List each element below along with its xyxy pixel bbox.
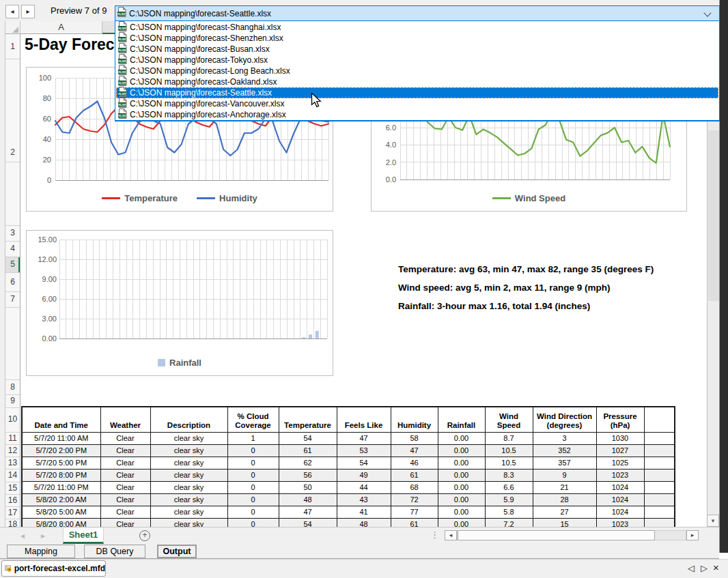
row-header-6[interactable]: 6 <box>5 277 20 287</box>
svg-text:12.00: 12.00 <box>38 255 57 263</box>
document-tab-mfd[interactable]: port-forecast-excel.mfd <box>1 560 106 577</box>
preview-next-button[interactable]: ▸ <box>21 5 35 18</box>
doc-prev-icon[interactable]: ◁ <box>688 563 695 573</box>
table-cell: clear sky <box>150 457 227 469</box>
scroll-down-button[interactable]: ▾ <box>707 515 719 527</box>
sheet-tabs-next-icon[interactable]: ▸ <box>41 531 45 540</box>
table-cell: 0.00 <box>438 432 485 444</box>
legend-label: Rainfall <box>169 358 201 368</box>
table-header-cell: Weather <box>100 407 150 432</box>
column-header-a[interactable]: A <box>20 21 102 34</box>
pane-tab-strip: Mapping DB Query Output <box>0 544 719 559</box>
tab-sheet1[interactable]: Sheet1 <box>63 528 104 544</box>
table-header-cell: Pressure(hPa) <box>596 407 644 432</box>
preview-counter: Preview 7 of 9 <box>51 5 107 16</box>
scroll-right-button[interactable]: ▸ <box>686 530 699 540</box>
drag-handle-icon[interactable]: ⋮ <box>430 530 439 540</box>
row-header-15[interactable]: 15 <box>5 483 20 493</box>
vertical-scrollbar-thumb[interactable] <box>708 130 719 301</box>
doc-close-icon[interactable]: × <box>713 562 719 573</box>
file-option[interactable]: XLSXC:\JSON mapping\forecast-Seattle.xls… <box>116 87 718 98</box>
row-header-12[interactable]: 12 <box>5 446 20 455</box>
file-option[interactable]: XLSXC:\JSON mapping\forecast-Vancouver.x… <box>116 98 718 109</box>
legend-label: Temperature <box>124 193 178 203</box>
svg-text:60: 60 <box>43 115 51 123</box>
row-header-4[interactable]: 4 <box>5 244 20 253</box>
preview-prev-button[interactable]: ◂ <box>5 5 19 18</box>
column-header-b-partial[interactable] <box>102 21 115 34</box>
table-cell <box>644 506 675 518</box>
table-cell: 352 <box>533 444 596 457</box>
file-option[interactable]: XLSXC:\JSON mapping\forecast-Long Beach.… <box>116 66 718 76</box>
corner-triangle-icon <box>12 27 18 33</box>
row-header-13[interactable]: 13 <box>5 458 20 467</box>
table-cell: 0.00 <box>438 506 485 518</box>
table-cell: 21 <box>533 481 596 493</box>
row-header-9[interactable]: 9 <box>5 396 20 405</box>
table-cell: clear sky <box>150 506 227 518</box>
row-header-16[interactable]: 16 <box>5 495 20 505</box>
table-cell: 0 <box>227 469 279 481</box>
file-select-combobox[interactable]: XLSX C:\JSON mapping\forecast-Seattle.xl… <box>115 5 720 21</box>
table-cell: 0.00 <box>438 469 485 481</box>
table-cell <box>644 457 675 469</box>
row-header-divider <box>5 225 20 226</box>
row-header-column[interactable]: 123456789101112131415161718 <box>5 34 20 527</box>
row-header-10[interactable]: 10 <box>5 414 20 424</box>
svg-text:2.0: 2.0 <box>386 158 396 167</box>
legend-item: Wind Speed <box>492 193 565 203</box>
scroll-left-button[interactable]: ◂ <box>445 530 457 540</box>
row-header-divider <box>5 469 20 469</box>
row-header-divider <box>5 241 20 242</box>
table-cell: 5.8 <box>485 506 533 518</box>
table-cell: Clear <box>100 457 150 469</box>
table-cell: 0.00 <box>438 493 485 506</box>
file-option[interactable]: XLSXC:\JSON mapping\forecast-Shenzhen.xl… <box>116 33 718 44</box>
row-header-3[interactable]: 3 <box>5 228 20 237</box>
row-header-17[interactable]: 17 <box>5 508 20 517</box>
table-header-cell <box>644 407 675 432</box>
table-header-cell: WindSpeed <box>485 407 533 432</box>
pane-left-edge <box>0 21 5 544</box>
file-option[interactable]: XLSXC:\JSON mapping\forecast-Shanghai.xl… <box>116 22 718 33</box>
table-cell: 357 <box>533 457 596 469</box>
file-option[interactable]: XLSXC:\JSON mapping\forecast-Busan.xlsx <box>116 44 718 55</box>
row-header-11[interactable]: 11 <box>5 433 20 443</box>
svg-text:6.00: 6.00 <box>42 295 57 303</box>
add-sheet-button[interactable]: + <box>139 530 150 541</box>
table-cell: 1023 <box>596 518 644 527</box>
file-option[interactable]: XLSXC:\JSON mapping\forecast-Oakland.xls… <box>116 76 718 87</box>
row-header-8[interactable]: 8 <box>5 382 20 392</box>
svg-text:XLSX: XLSX <box>117 12 126 16</box>
table-cell: clear sky <box>150 469 227 481</box>
table-row: 5/7/20 11:00 PMClearclear sky05044680.00… <box>22 481 675 493</box>
row-header-1[interactable]: 1 <box>5 42 20 51</box>
forecast-summary: Temperature: avg 63, min 47, max 82, ran… <box>398 260 654 315</box>
doc-next-icon[interactable]: ▷ <box>701 563 708 573</box>
tab-db-query[interactable]: DB Query <box>84 545 145 558</box>
table-cell: Clear <box>100 481 150 493</box>
file-option-label: C:\JSON mapping\forecast-Vancouver.xlsx <box>130 99 285 109</box>
horizontal-scrollbar-thumb[interactable] <box>458 530 655 540</box>
table-cell: 61 <box>391 518 438 527</box>
row-header-14[interactable]: 14 <box>5 470 20 480</box>
svg-text:0.0: 0.0 <box>386 175 396 184</box>
row-header-2[interactable]: 2 <box>5 147 20 157</box>
file-option[interactable]: XLSXC:\JSON mapping\forecast-Anchorage.x… <box>116 109 718 120</box>
svg-text:4.0: 4.0 <box>386 141 396 149</box>
table-cell: 9 <box>533 469 596 481</box>
row-header-5[interactable]: 5 <box>5 259 20 269</box>
table-cell: 5/8/20 2:00 AM <box>22 493 100 506</box>
table-cell: 1 <box>227 432 279 444</box>
table-header-cell: Wind Direction(degrees) <box>533 407 596 432</box>
table-cell: 1024 <box>596 493 644 506</box>
row-header-7[interactable]: 7 <box>5 294 20 304</box>
legend-swatch <box>197 197 215 199</box>
table-cell: 0 <box>227 481 279 493</box>
tab-output[interactable]: Output <box>157 545 197 558</box>
tab-mapping[interactable]: Mapping <box>7 545 75 558</box>
sheet-tabs-prev-icon[interactable]: ◂ <box>20 531 25 540</box>
table-cell: 68 <box>391 481 438 493</box>
mouse-cursor-icon <box>311 93 322 108</box>
file-option[interactable]: XLSXC:\JSON mapping\forecast-Tokyo.xlsx <box>116 55 718 66</box>
